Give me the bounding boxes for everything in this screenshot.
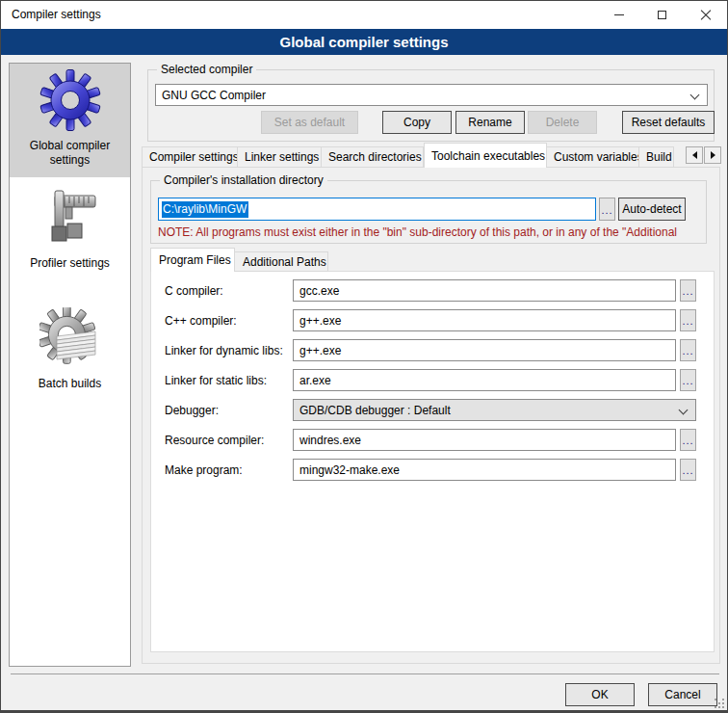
debugger-dropdown[interactable]: GDB/CDB debugger : Default [293,399,696,421]
selected-compiler-value: GNU GCC Compiler [162,89,266,102]
sidebar-item-label: Batch builds [39,377,101,391]
minimize-button[interactable] [597,1,640,29]
tab-scroll-right-button[interactable] [704,146,721,164]
sidebar-item-label: Profiler settings [30,256,110,271]
static-linker-browse-button[interactable]: ... [680,369,696,391]
tab-scroll-left-icon [692,151,697,159]
window-controls [597,1,727,29]
gray-gear-papers-icon [39,307,101,369]
tab-custom-variables[interactable]: Custom variables [547,146,639,168]
delete-button[interactable]: Delete [528,111,597,134]
installation-directory-group-label: Compiler's installation directory [160,173,327,187]
cancel-button[interactable]: Cancel [648,683,717,706]
program-files-tabstrip: Program Files Additional Paths [150,248,328,272]
debugger-label: Debugger: [165,399,219,421]
chevron-down-icon [690,91,700,100]
set-as-default-button[interactable]: Set as default [261,111,358,134]
compiler-settings-window: Compiler settings Global compiler settin… [0,0,728,713]
static-linker-input[interactable] [293,369,676,391]
sidebar-item-batch-builds[interactable]: Batch builds [10,280,130,401]
window-title: Compiler settings [12,8,101,21]
make-program-label: Make program: [165,459,243,481]
resource-compiler-input[interactable] [293,429,676,451]
auto-detect-button[interactable]: Auto-detect [618,198,686,221]
minimize-icon [614,14,624,15]
dynamic-linker-browse-button[interactable]: ... [680,339,696,361]
title-bar[interactable]: Compiler settings [1,1,727,29]
dynamic-linker-label: Linker for dynamic libs: [165,339,283,361]
reset-defaults-button[interactable]: Reset defaults [622,111,715,134]
make-program-browse-button[interactable]: ... [680,459,696,481]
cpp-compiler-input[interactable] [293,309,676,331]
chevron-down-icon [679,406,689,415]
close-icon [700,10,712,21]
installation-directory-value: C:\raylib\MinGW [162,201,248,218]
c-compiler-browse-button[interactable]: ... [680,279,696,302]
sidebar-item-label: Global compiler settings [13,139,127,168]
tab-linker-settings[interactable]: Linker settings [238,146,322,168]
selected-compiler-group-label: Selected compiler [157,63,256,76]
resource-compiler-label: Resource compiler: [165,429,264,451]
tab-compiler-settings[interactable]: Compiler settings [142,146,238,168]
cpp-compiler-browse-button[interactable]: ... [680,309,696,331]
caliper-icon [39,187,101,249]
resize-grip[interactable] [715,699,724,708]
copy-button[interactable]: Copy [382,111,452,134]
make-program-input[interactable] [293,459,676,481]
installation-directory-browse-button[interactable]: ... [599,198,615,221]
blue-gear-icon [39,69,101,131]
ok-button[interactable]: OK [565,683,635,706]
tab-additional-paths[interactable]: Additional Paths [235,251,328,272]
resource-compiler-browse-button[interactable]: ... [680,429,696,451]
close-button[interactable] [684,1,727,29]
dynamic-linker-input[interactable] [293,339,676,361]
tab-scroll-right-icon [711,151,715,159]
c-compiler-input[interactable] [293,279,676,302]
sidebar-item-profiler-settings[interactable]: Profiler settings [10,177,130,280]
sidebar-item-global-compiler-settings[interactable]: Global compiler settings [10,64,130,177]
settings-tabstrip: Compiler settings Linker settings Search… [142,143,674,168]
maximize-icon [658,11,666,19]
page-title: Global compiler settings [1,29,727,55]
c-compiler-label: C compiler: [165,279,223,302]
tab-scroll-left-button[interactable] [686,146,703,164]
static-linker-label: Linker for static libs: [165,369,267,391]
installation-directory-note: NOTE: All programs must exist either in … [158,225,704,239]
selected-compiler-dropdown[interactable]: GNU GCC Compiler [155,84,708,106]
installation-directory-input[interactable]: C:\raylib\MinGW [158,198,596,221]
maximize-button[interactable] [640,1,684,29]
footer-separator [11,673,719,674]
tab-program-files[interactable]: Program Files [150,248,235,272]
tab-build-options[interactable]: Build options [639,146,674,168]
tab-toolchain-executables[interactable]: Toolchain executables [424,143,547,168]
debugger-value: GDB/CDB debugger : Default [299,404,451,417]
tab-scroll-arrows [686,146,721,164]
rename-button[interactable]: Rename [455,111,525,134]
tab-search-directories[interactable]: Search directories [322,146,424,168]
cpp-compiler-label: C++ compiler: [165,309,237,331]
sidebar: Global compiler settings [9,63,131,667]
